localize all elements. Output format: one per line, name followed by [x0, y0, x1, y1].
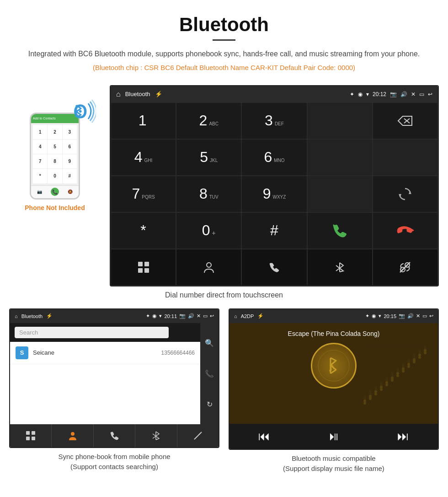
svg-point-56	[413, 356, 416, 359]
nav-bluetooth[interactable]	[307, 249, 373, 286]
pb-nav-bluetooth[interactable]	[135, 424, 177, 447]
svg-point-20	[71, 432, 75, 436]
dial-empty-1	[307, 103, 373, 139]
nav-phone[interactable]	[241, 249, 307, 286]
bt-icon: ✦	[350, 91, 354, 97]
pb-side-phone-icon[interactable]: 📞	[205, 369, 214, 378]
pb-contact-avatar: S	[16, 346, 28, 359]
dial-key-2[interactable]: 2ABC	[176, 103, 241, 139]
music-prev-btn[interactable]: ⏮	[258, 429, 270, 443]
pb-nav-phone[interactable]	[94, 424, 135, 447]
dial-backspace[interactable]	[373, 103, 438, 139]
pb-side-refresh-icon[interactable]: ↻	[207, 400, 213, 409]
svg-marker-2	[398, 116, 412, 125]
dial-refresh[interactable]	[373, 176, 438, 212]
music-wrap: ⌂ A2DP ⚡ ✦ ◉ ▾ 20:15 📷 🔊 ✕ ▭ ↩	[229, 308, 439, 474]
dial-key-4[interactable]: 4GHI	[111, 139, 176, 176]
camera-icon: 📷	[390, 91, 397, 97]
phone-call-button[interactable]: 📞	[51, 188, 59, 196]
pb-contact-item[interactable]: S Seicane 13566664466	[10, 342, 200, 364]
pb-search-placeholder: Search	[19, 329, 38, 336]
dial-caption: Dial number direct from touchscreen	[0, 291, 448, 299]
dial-key-0[interactable]: 0+	[176, 212, 241, 249]
pb-caption-1: Sync phone-book from mobile phone	[58, 453, 170, 460]
dial-call-red[interactable]	[373, 212, 438, 249]
dial-key-3[interactable]: 3DEF	[241, 103, 307, 139]
music-title: A2DP	[241, 313, 254, 319]
dial-key-9[interactable]: 9WXYZ	[241, 176, 307, 212]
pb-back-icon[interactable]: ↩	[210, 313, 214, 319]
svg-point-46	[424, 351, 427, 354]
title-divider	[213, 39, 235, 41]
dial-key-star[interactable]: *	[111, 212, 176, 249]
dial-key-8[interactable]: 8TUV	[176, 176, 241, 212]
svg-point-35	[363, 402, 366, 405]
phonebook-screen: ⌂ Bluetooth ⚡ ✦ ◉ ▾ 20:11 📷 🔊 ✕ ▭ ↩	[9, 308, 219, 448]
music-home-icon[interactable]: ⌂	[234, 313, 237, 319]
music-next-btn[interactable]: ⏭	[397, 429, 409, 443]
music-back-icon[interactable]: ↩	[429, 313, 433, 319]
svg-point-42	[402, 370, 405, 373]
svg-point-70	[424, 345, 427, 347]
phonebook-wrap: ⌂ Bluetooth ⚡ ✦ ◉ ▾ 20:11 📷 🔊 ✕ ▭ ↩	[9, 308, 219, 474]
phone-key-hash: #	[63, 169, 77, 183]
nav-link[interactable]	[373, 249, 438, 286]
svg-point-36	[369, 397, 372, 400]
music-caption-2: (Support display music file name)	[283, 465, 384, 472]
pb-home-icon[interactable]: ⌂	[15, 313, 18, 319]
pb-nav-grid[interactable]	[10, 424, 52, 447]
svg-text:ʘ: ʘ	[73, 103, 87, 122]
music-main-area: Escape (The Pina Colada Song) // Will be…	[229, 323, 438, 424]
time-display: 20:12	[373, 91, 386, 97]
pb-search-area: Search	[10, 323, 200, 342]
pb-nav-person[interactable]	[52, 424, 93, 447]
dial-key-1[interactable]: 1	[111, 103, 176, 139]
page-title: Bluetooth	[18, 14, 430, 36]
svg-point-58	[424, 347, 427, 350]
pb-side-search-icon[interactable]: 🔍	[205, 339, 214, 347]
status-left: ⌂ Bluetooth ⚡	[116, 90, 162, 98]
pb-bottom-nav	[10, 424, 219, 447]
dial-key-6[interactable]: 6MNO	[241, 139, 307, 176]
pb-caption-2: (Support contacts searching)	[70, 463, 158, 470]
home-icon[interactable]: ⌂	[116, 90, 121, 98]
svg-point-47	[363, 397, 366, 400]
svg-point-55	[407, 361, 410, 363]
svg-rect-16	[26, 431, 30, 435]
pb-search-box[interactable]: Search	[15, 327, 169, 338]
phone-keypad: 1 2 3 4 5 6 7 8 9 * 0 #	[31, 123, 79, 185]
phone-key-9: 9	[63, 154, 77, 168]
music-screen: ⌂ A2DP ⚡ ✦ ◉ ▾ 20:15 📷 🔊 ✕ ▭ ↩	[229, 308, 439, 450]
pb-cam-icon: 📷	[179, 313, 186, 319]
nav-person[interactable]	[176, 249, 241, 286]
dial-key-5[interactable]: 5JKL	[176, 139, 241, 176]
pb-usb-icon: ⚡	[46, 313, 53, 319]
music-controls: ⏮ ⏯ ⏭	[229, 424, 438, 449]
phone-key-star: *	[33, 169, 47, 183]
svg-point-68	[413, 354, 416, 356]
dial-key-7[interactable]: 7PQRS	[111, 176, 176, 212]
svg-point-39	[385, 384, 388, 386]
svg-point-40	[391, 379, 394, 382]
svg-point-64	[391, 372, 394, 374]
svg-point-66	[402, 363, 405, 365]
pb-nav-link[interactable]	[177, 424, 219, 447]
dial-key-hash[interactable]: #	[241, 212, 307, 249]
rect-icon: ▭	[419, 91, 424, 97]
svg-point-49	[374, 388, 377, 391]
status-right: ✦ ◉ ▾ 20:12 📷 🔊 ✕ ▭ ↩	[350, 91, 432, 97]
pb-time: 20:11	[164, 313, 177, 319]
svg-point-38	[380, 388, 383, 391]
pb-contact-list: S Seicane 13566664466	[10, 342, 200, 424]
nav-grid[interactable]	[111, 249, 176, 286]
dial-call-green[interactable]	[307, 212, 373, 249]
svg-point-11	[207, 263, 211, 267]
back-icon[interactable]: ↩	[428, 91, 432, 97]
svg-point-43	[407, 365, 410, 368]
svg-rect-19	[32, 437, 35, 440]
music-play-btn[interactable]: ⏯	[328, 429, 340, 443]
svg-point-57	[418, 351, 421, 354]
svg-point-53	[396, 370, 399, 373]
pb-bt-icon: ✦	[146, 313, 150, 319]
svg-point-62	[380, 381, 383, 384]
